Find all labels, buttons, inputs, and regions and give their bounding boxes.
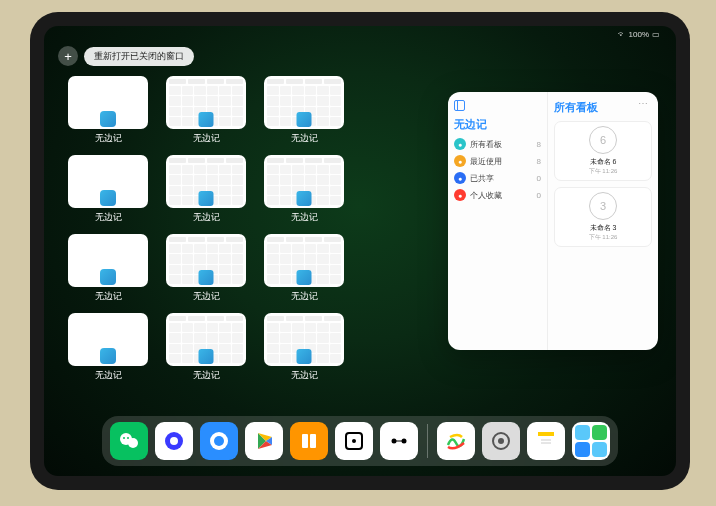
window-thumbnail[interactable]: 无边记 [166, 155, 246, 224]
sidebar-menu-item[interactable]: ●个人收藏0 [454, 189, 541, 201]
app-switcher-grid: 无边记无边记无边记无边记无边记无边记无边记无边记无边记无边记无边记无边记 [68, 76, 442, 382]
svg-point-15 [352, 439, 356, 443]
menu-count: 0 [537, 191, 541, 200]
svg-rect-20 [538, 432, 554, 436]
thumbnail-preview [166, 76, 246, 129]
window-thumbnail[interactable]: 无边记 [166, 76, 246, 145]
popup-left-pane: 无边记 ●所有看板8●最近使用8●已共享0●个人收藏0 [448, 92, 548, 350]
sidebar-menu-item[interactable]: ●已共享0 [454, 172, 541, 184]
dock [102, 416, 618, 466]
dock-app-settings[interactable] [482, 422, 520, 460]
menu-icon: ● [454, 172, 466, 184]
window-thumbnail[interactable]: 无边记 [68, 313, 148, 382]
thumbnail-preview [68, 313, 148, 366]
thumbnail-preview [264, 155, 344, 208]
thumbnail-preview [166, 313, 246, 366]
menu-label: 最近使用 [470, 156, 502, 167]
thumbnail-label: 无边记 [291, 290, 318, 303]
window-thumbnail[interactable]: 无边记 [166, 234, 246, 303]
svg-rect-12 [302, 434, 308, 448]
status-bar: ᯤ 100% ▭ [618, 30, 660, 39]
wifi-icon: ᯤ [618, 30, 626, 39]
svg-point-1 [128, 438, 138, 448]
window-thumbnail[interactable]: 无边记 [166, 313, 246, 382]
thumbnail-label: 无边记 [95, 369, 122, 382]
popup-right-pane: ⋯ 所有看板 6未命名 6下午 11:263未命名 3下午 11:26 [548, 92, 658, 350]
thumbnail-label: 无边记 [193, 211, 220, 224]
thumbnail-label: 无边记 [291, 132, 318, 145]
menu-count: 8 [537, 157, 541, 166]
window-thumbnail[interactable]: 无边记 [264, 234, 344, 303]
thumbnail-label: 无边记 [193, 369, 220, 382]
board-name: 未命名 3 [590, 223, 617, 233]
menu-label: 个人收藏 [470, 190, 502, 201]
thumbnail-label: 无边记 [95, 211, 122, 224]
board-timestamp: 下午 11:26 [589, 233, 618, 242]
thumbnail-label: 无边记 [291, 211, 318, 224]
add-button[interactable]: + [58, 46, 78, 66]
svg-point-19 [498, 438, 504, 444]
dock-app-freeform[interactable] [437, 422, 475, 460]
menu-icon: ● [454, 155, 466, 167]
thumbnail-preview [166, 155, 246, 208]
svg-point-5 [170, 437, 178, 445]
window-thumbnail[interactable]: 无边记 [264, 76, 344, 145]
board-timestamp: 下午 11:26 [589, 167, 618, 176]
thumbnail-label: 无边记 [291, 369, 318, 382]
battery-label: 100% [629, 30, 649, 39]
top-toolbar: + 重新打开已关闭的窗口 [58, 46, 194, 66]
more-icon[interactable]: ⋯ [638, 98, 648, 109]
menu-icon: ● [454, 138, 466, 150]
thumbnail-preview [68, 234, 148, 287]
sidebar-toggle-icon[interactable] [454, 100, 465, 111]
thumbnail-preview [264, 313, 344, 366]
dock-app-books[interactable] [290, 422, 328, 460]
window-thumbnail[interactable]: 无边记 [68, 76, 148, 145]
reopen-prompt[interactable]: 重新打开已关闭的窗口 [84, 47, 194, 66]
svg-rect-13 [310, 434, 316, 448]
menu-icon: ● [454, 189, 466, 201]
dock-app-folder[interactable] [572, 422, 610, 460]
sidebar-menu-item[interactable]: ●最近使用8 [454, 155, 541, 167]
window-thumbnail[interactable]: 无边记 [68, 234, 148, 303]
thumbnail-label: 无边记 [95, 290, 122, 303]
menu-count: 8 [537, 140, 541, 149]
thumbnail-preview [264, 76, 344, 129]
svg-point-2 [123, 437, 125, 439]
battery-icon: ▭ [652, 30, 660, 39]
sidebar-menu-item[interactable]: ●所有看板8 [454, 138, 541, 150]
thumbnail-preview [68, 155, 148, 208]
dock-app-qqbrowser[interactable] [200, 422, 238, 460]
window-thumbnail[interactable]: 无边记 [264, 155, 344, 224]
thumbnail-preview [68, 76, 148, 129]
dock-app-notes[interactable] [527, 422, 565, 460]
thumbnail-preview [166, 234, 246, 287]
board-card[interactable]: 6未命名 6下午 11:26 [554, 121, 652, 181]
window-thumbnail[interactable]: 无边记 [264, 313, 344, 382]
dock-app-play[interactable] [245, 422, 283, 460]
thumbnail-label: 无边记 [193, 132, 220, 145]
dock-app-dice[interactable] [335, 422, 373, 460]
screen: ᯤ 100% ▭ + 重新打开已关闭的窗口 无边记无边记无边记无边记无边记无边记… [44, 26, 676, 476]
tablet-frame: ᯤ 100% ▭ + 重新打开已关闭的窗口 无边记无边记无边记无边记无边记无边记… [30, 12, 690, 490]
popup-left-title: 无边记 [454, 117, 541, 132]
svg-point-3 [127, 437, 129, 439]
dock-app-wechat[interactable] [110, 422, 148, 460]
thumbnail-label: 无边记 [193, 290, 220, 303]
thumbnail-preview [264, 234, 344, 287]
board-preview: 6 [589, 126, 617, 154]
thumbnail-label: 无边记 [95, 132, 122, 145]
board-name: 未命名 6 [590, 157, 617, 167]
board-card[interactable]: 3未命名 3下午 11:26 [554, 187, 652, 247]
board-preview: 3 [589, 192, 617, 220]
menu-label: 已共享 [470, 173, 494, 184]
menu-label: 所有看板 [470, 139, 502, 150]
window-thumbnail[interactable]: 无边记 [68, 155, 148, 224]
dock-app-quark[interactable] [155, 422, 193, 460]
dock-separator [427, 424, 428, 458]
dock-app-dots[interactable] [380, 422, 418, 460]
menu-count: 0 [537, 174, 541, 183]
svg-point-7 [214, 436, 224, 446]
sidebar-popup: 无边记 ●所有看板8●最近使用8●已共享0●个人收藏0 ⋯ 所有看板 6未命名 … [448, 92, 658, 350]
